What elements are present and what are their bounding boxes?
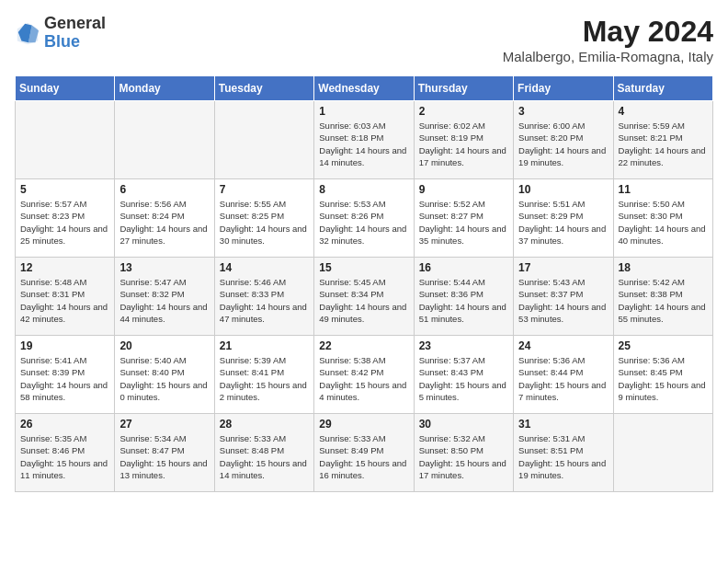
day-number: 12 — [20, 261, 109, 274]
day-number: 1 — [319, 105, 408, 118]
day-number: 14 — [220, 261, 309, 274]
calendar-cell: 13Sunrise: 5:47 AM Sunset: 8:32 PM Dayli… — [115, 258, 214, 336]
day-number: 2 — [419, 105, 508, 118]
calendar-cell: 31Sunrise: 5:31 AM Sunset: 8:51 PM Dayli… — [514, 414, 613, 492]
calendar-cell: 12Sunrise: 5:48 AM Sunset: 8:31 PM Dayli… — [16, 258, 115, 336]
day-number: 13 — [119, 261, 209, 274]
calendar-cell: 2Sunrise: 6:02 AM Sunset: 8:19 PM Daylig… — [414, 101, 513, 179]
calendar-cell — [613, 414, 712, 492]
day-info: Sunrise: 6:00 AM Sunset: 8:20 PM Dayligh… — [518, 120, 608, 168]
calendar-cell: 21Sunrise: 5:39 AM Sunset: 8:41 PM Dayli… — [214, 336, 313, 414]
day-number: 19 — [20, 339, 109, 352]
calendar-cell — [115, 101, 214, 179]
calendar-cell — [16, 101, 115, 179]
day-info: Sunrise: 5:52 AM Sunset: 8:27 PM Dayligh… — [419, 198, 508, 247]
weekday-header: Friday — [514, 76, 613, 101]
day-info: Sunrise: 6:02 AM Sunset: 8:19 PM Dayligh… — [419, 120, 508, 168]
day-info: Sunrise: 5:33 AM Sunset: 8:48 PM Dayligh… — [220, 432, 309, 481]
calendar-cell: 8Sunrise: 5:53 AM Sunset: 8:26 PM Daylig… — [314, 179, 414, 258]
day-info: Sunrise: 5:48 AM Sunset: 8:31 PM Dayligh… — [20, 276, 109, 325]
day-info: Sunrise: 5:53 AM Sunset: 8:26 PM Dayligh… — [319, 198, 408, 247]
day-info: Sunrise: 5:41 AM Sunset: 8:39 PM Dayligh… — [20, 354, 109, 403]
day-number: 29 — [319, 418, 408, 431]
calendar-cell: 1Sunrise: 6:03 AM Sunset: 8:18 PM Daylig… — [314, 101, 414, 179]
day-info: Sunrise: 5:57 AM Sunset: 8:23 PM Dayligh… — [20, 198, 109, 247]
calendar-cell: 3Sunrise: 6:00 AM Sunset: 8:20 PM Daylig… — [514, 101, 613, 179]
title-block: May 2024 Malalbergo, Emilia-Romagna, Ita… — [503, 15, 713, 64]
day-info: Sunrise: 5:51 AM Sunset: 8:29 PM Dayligh… — [518, 198, 608, 247]
day-number: 28 — [220, 418, 309, 431]
day-info: Sunrise: 5:40 AM Sunset: 8:40 PM Dayligh… — [119, 354, 209, 403]
calendar-cell: 23Sunrise: 5:37 AM Sunset: 8:43 PM Dayli… — [414, 336, 513, 414]
calendar-cell: 9Sunrise: 5:52 AM Sunset: 8:27 PM Daylig… — [414, 179, 513, 258]
day-number: 30 — [419, 418, 508, 431]
day-number: 11 — [619, 183, 708, 196]
day-number: 24 — [518, 339, 608, 352]
day-info: Sunrise: 5:36 AM Sunset: 8:45 PM Dayligh… — [619, 354, 708, 403]
month-title: May 2024 — [503, 15, 713, 49]
day-info: Sunrise: 5:31 AM Sunset: 8:51 PM Dayligh… — [518, 432, 608, 481]
day-number: 23 — [419, 339, 508, 352]
day-number: 16 — [419, 261, 508, 274]
day-number: 7 — [220, 183, 309, 196]
day-info: Sunrise: 5:37 AM Sunset: 8:43 PM Dayligh… — [419, 354, 508, 403]
calendar-table: SundayMondayTuesdayWednesdayThursdayFrid… — [15, 75, 713, 492]
weekday-header: Saturday — [613, 76, 712, 101]
calendar-cell: 16Sunrise: 5:44 AM Sunset: 8:36 PM Dayli… — [414, 258, 513, 336]
calendar-cell: 14Sunrise: 5:46 AM Sunset: 8:33 PM Dayli… — [214, 258, 313, 336]
calendar-header: SundayMondayTuesdayWednesdayThursdayFrid… — [16, 76, 713, 101]
calendar-cell: 18Sunrise: 5:42 AM Sunset: 8:38 PM Dayli… — [613, 258, 712, 336]
calendar-cell: 24Sunrise: 5:36 AM Sunset: 8:44 PM Dayli… — [514, 336, 613, 414]
day-info: Sunrise: 5:32 AM Sunset: 8:50 PM Dayligh… — [419, 432, 508, 481]
day-info: Sunrise: 5:33 AM Sunset: 8:49 PM Dayligh… — [319, 432, 408, 481]
calendar-cell: 27Sunrise: 5:34 AM Sunset: 8:47 PM Dayli… — [115, 414, 214, 492]
day-number: 4 — [619, 105, 708, 118]
logo-general-text: General — [44, 15, 106, 33]
logo-blue-text: Blue — [44, 33, 106, 52]
day-info: Sunrise: 6:03 AM Sunset: 8:18 PM Dayligh… — [319, 120, 408, 168]
day-info: Sunrise: 5:34 AM Sunset: 8:47 PM Dayligh… — [119, 432, 209, 481]
calendar-cell: 5Sunrise: 5:57 AM Sunset: 8:23 PM Daylig… — [16, 179, 115, 258]
weekday-header: Tuesday — [214, 76, 313, 101]
day-info: Sunrise: 5:46 AM Sunset: 8:33 PM Dayligh… — [220, 276, 309, 325]
day-info: Sunrise: 5:50 AM Sunset: 8:30 PM Dayligh… — [619, 198, 708, 247]
page-header: General Blue May 2024 Malalbergo, Emilia… — [15, 15, 713, 64]
logo: General Blue — [15, 15, 106, 52]
weekday-header: Sunday — [16, 76, 115, 101]
calendar-cell: 4Sunrise: 5:59 AM Sunset: 8:21 PM Daylig… — [613, 101, 712, 179]
calendar-cell: 11Sunrise: 5:50 AM Sunset: 8:30 PM Dayli… — [613, 179, 712, 258]
day-number: 6 — [119, 183, 209, 196]
calendar-cell: 22Sunrise: 5:38 AM Sunset: 8:42 PM Dayli… — [314, 336, 414, 414]
weekday-header: Monday — [115, 76, 214, 101]
day-number: 5 — [20, 183, 109, 196]
day-number: 9 — [419, 183, 508, 196]
calendar-cell — [214, 101, 313, 179]
day-number: 3 — [518, 105, 608, 118]
calendar-cell: 30Sunrise: 5:32 AM Sunset: 8:50 PM Dayli… — [414, 414, 513, 492]
day-info: Sunrise: 5:38 AM Sunset: 8:42 PM Dayligh… — [319, 354, 408, 403]
day-number: 8 — [319, 183, 408, 196]
weekday-header: Thursday — [414, 76, 513, 101]
calendar-cell: 7Sunrise: 5:55 AM Sunset: 8:25 PM Daylig… — [214, 179, 313, 258]
day-number: 15 — [319, 261, 408, 274]
day-info: Sunrise: 5:44 AM Sunset: 8:36 PM Dayligh… — [419, 276, 508, 325]
day-info: Sunrise: 5:45 AM Sunset: 8:34 PM Dayligh… — [319, 276, 408, 325]
day-number: 26 — [20, 418, 109, 431]
calendar-cell: 25Sunrise: 5:36 AM Sunset: 8:45 PM Dayli… — [613, 336, 712, 414]
day-number: 17 — [518, 261, 608, 274]
day-number: 27 — [119, 418, 209, 431]
calendar-cell: 17Sunrise: 5:43 AM Sunset: 8:37 PM Dayli… — [514, 258, 613, 336]
logo-icon — [15, 20, 40, 46]
day-info: Sunrise: 5:47 AM Sunset: 8:32 PM Dayligh… — [119, 276, 209, 325]
day-info: Sunrise: 5:55 AM Sunset: 8:25 PM Dayligh… — [220, 198, 309, 247]
day-info: Sunrise: 5:59 AM Sunset: 8:21 PM Dayligh… — [619, 120, 708, 168]
day-info: Sunrise: 5:39 AM Sunset: 8:41 PM Dayligh… — [220, 354, 309, 403]
day-number: 31 — [518, 418, 608, 431]
calendar-cell: 20Sunrise: 5:40 AM Sunset: 8:40 PM Dayli… — [115, 336, 214, 414]
day-info: Sunrise: 5:35 AM Sunset: 8:46 PM Dayligh… — [20, 432, 109, 481]
calendar-cell: 28Sunrise: 5:33 AM Sunset: 8:48 PM Dayli… — [214, 414, 313, 492]
calendar-cell: 10Sunrise: 5:51 AM Sunset: 8:29 PM Dayli… — [514, 179, 613, 258]
day-number: 20 — [119, 339, 209, 352]
day-number: 25 — [619, 339, 708, 352]
day-info: Sunrise: 5:42 AM Sunset: 8:38 PM Dayligh… — [619, 276, 708, 325]
